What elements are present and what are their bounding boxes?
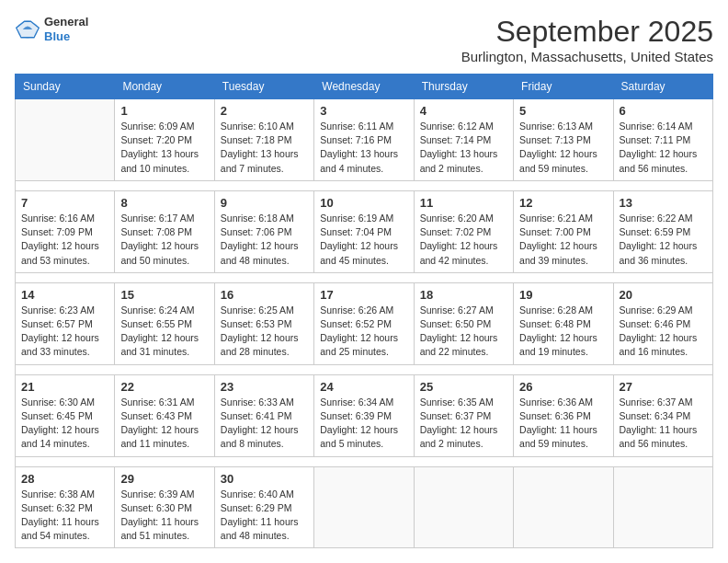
day-info: Sunrise: 6:40 AMSunset: 6:29 PMDaylight:… <box>221 488 308 544</box>
calendar-cell: 30Sunrise: 6:40 AMSunset: 6:29 PMDayligh… <box>214 466 313 548</box>
day-info: Sunrise: 6:12 AMSunset: 7:14 PMDaylight:… <box>420 120 507 176</box>
week-row-2: 7Sunrise: 6:16 AMSunset: 7:09 PMDaylight… <box>16 190 713 272</box>
day-number: 24 <box>320 380 407 394</box>
day-number: 11 <box>420 196 507 210</box>
day-info: Sunrise: 6:39 AMSunset: 6:30 PMDaylight:… <box>120 488 208 544</box>
day-info: Sunrise: 6:10 AMSunset: 7:18 PMDaylight:… <box>221 120 308 176</box>
calendar-cell: 2Sunrise: 6:10 AMSunset: 7:18 PMDaylight… <box>214 99 313 181</box>
day-number: 4 <box>420 104 507 118</box>
day-number: 16 <box>221 288 308 302</box>
day-number: 28 <box>21 472 108 486</box>
day-number: 15 <box>120 288 208 302</box>
calendar-cell: 19Sunrise: 6:28 AMSunset: 6:48 PMDayligh… <box>514 282 613 364</box>
day-info: Sunrise: 6:35 AMSunset: 6:37 PMDaylight:… <box>420 396 507 452</box>
day-number: 20 <box>620 288 707 302</box>
day-number: 5 <box>519 104 607 118</box>
day-info: Sunrise: 6:34 AMSunset: 6:39 PMDaylight:… <box>320 396 407 452</box>
day-info: Sunrise: 6:19 AMSunset: 7:04 PMDaylight:… <box>320 212 407 268</box>
day-number: 26 <box>519 380 607 394</box>
calendar-cell: 1Sunrise: 6:09 AMSunset: 7:20 PMDaylight… <box>115 99 214 181</box>
day-number: 1 <box>120 104 208 118</box>
day-number: 27 <box>620 380 707 394</box>
location: Burlington, Massachusetts, United States <box>461 49 713 64</box>
day-info: Sunrise: 6:09 AMSunset: 7:20 PMDaylight:… <box>120 120 208 176</box>
calendar-table: SundayMondayTuesdayWednesdayThursdayFrid… <box>15 74 713 548</box>
day-info: Sunrise: 6:31 AMSunset: 6:43 PMDaylight:… <box>120 396 208 452</box>
weekday-header-sunday: Sunday <box>16 75 115 99</box>
day-number: 14 <box>21 288 108 302</box>
day-number: 17 <box>320 288 407 302</box>
weekday-header-monday: Monday <box>115 75 214 99</box>
weekday-header-friday: Friday <box>514 75 613 99</box>
day-info: Sunrise: 6:37 AMSunset: 6:34 PMDaylight:… <box>620 396 707 452</box>
calendar-cell: 5Sunrise: 6:13 AMSunset: 7:13 PMDaylight… <box>514 99 613 181</box>
day-number: 30 <box>221 472 308 486</box>
calendar-cell <box>613 466 712 548</box>
day-number: 21 <box>21 380 108 394</box>
day-info: Sunrise: 6:11 AMSunset: 7:16 PMDaylight:… <box>320 120 407 176</box>
day-info: Sunrise: 6:24 AMSunset: 6:55 PMDaylight:… <box>120 304 208 360</box>
calendar-cell: 12Sunrise: 6:21 AMSunset: 7:00 PMDayligh… <box>514 190 613 272</box>
calendar-cell: 16Sunrise: 6:25 AMSunset: 6:53 PMDayligh… <box>214 282 313 364</box>
day-number: 13 <box>620 196 707 210</box>
day-info: Sunrise: 6:17 AMSunset: 7:08 PMDaylight:… <box>120 212 208 268</box>
calendar-cell: 21Sunrise: 6:30 AMSunset: 6:45 PMDayligh… <box>16 374 115 456</box>
weekday-header-row: SundayMondayTuesdayWednesdayThursdayFrid… <box>16 75 713 99</box>
week-row-5: 28Sunrise: 6:38 AMSunset: 6:32 PMDayligh… <box>16 466 713 548</box>
weekday-header-thursday: Thursday <box>414 75 513 99</box>
calendar-cell: 20Sunrise: 6:29 AMSunset: 6:46 PMDayligh… <box>613 282 712 364</box>
header: General Blue September 2025 Burlington, … <box>15 15 713 64</box>
day-number: 10 <box>320 196 407 210</box>
week-separator <box>16 272 713 282</box>
day-info: Sunrise: 6:21 AMSunset: 7:00 PMDaylight:… <box>519 212 607 268</box>
calendar-cell: 24Sunrise: 6:34 AMSunset: 6:39 PMDayligh… <box>314 374 414 456</box>
day-number: 22 <box>120 380 208 394</box>
logo-icon <box>15 17 40 42</box>
calendar-cell: 26Sunrise: 6:36 AMSunset: 6:36 PMDayligh… <box>514 374 613 456</box>
calendar-cell: 9Sunrise: 6:18 AMSunset: 7:06 PMDaylight… <box>214 190 313 272</box>
week-separator <box>16 180 713 190</box>
calendar-cell <box>514 466 613 548</box>
calendar-cell: 3Sunrise: 6:11 AMSunset: 7:16 PMDaylight… <box>314 99 414 181</box>
calendar-cell: 11Sunrise: 6:20 AMSunset: 7:02 PMDayligh… <box>414 190 513 272</box>
day-number: 19 <box>519 288 607 302</box>
calendar-cell: 29Sunrise: 6:39 AMSunset: 6:30 PMDayligh… <box>115 466 214 548</box>
calendar-cell: 27Sunrise: 6:37 AMSunset: 6:34 PMDayligh… <box>613 374 712 456</box>
week-separator <box>16 364 713 374</box>
calendar-cell: 8Sunrise: 6:17 AMSunset: 7:08 PMDaylight… <box>115 190 214 272</box>
calendar-cell: 22Sunrise: 6:31 AMSunset: 6:43 PMDayligh… <box>115 374 214 456</box>
month-title: September 2025 <box>461 15 713 49</box>
weekday-header-tuesday: Tuesday <box>214 75 313 99</box>
calendar-cell <box>314 466 414 548</box>
day-number: 23 <box>221 380 308 394</box>
logo: General Blue <box>15 15 88 43</box>
week-row-3: 14Sunrise: 6:23 AMSunset: 6:57 PMDayligh… <box>16 282 713 364</box>
week-row-4: 21Sunrise: 6:30 AMSunset: 6:45 PMDayligh… <box>16 374 713 456</box>
day-number: 29 <box>120 472 208 486</box>
day-number: 7 <box>21 196 108 210</box>
calendar-cell: 6Sunrise: 6:14 AMSunset: 7:11 PMDaylight… <box>613 99 712 181</box>
day-info: Sunrise: 6:28 AMSunset: 6:48 PMDaylight:… <box>519 304 607 360</box>
day-number: 6 <box>620 104 707 118</box>
weekday-header-wednesday: Wednesday <box>314 75 414 99</box>
day-number: 9 <box>221 196 308 210</box>
day-info: Sunrise: 6:13 AMSunset: 7:13 PMDaylight:… <box>519 120 607 176</box>
calendar-cell: 23Sunrise: 6:33 AMSunset: 6:41 PMDayligh… <box>214 374 313 456</box>
week-separator <box>16 456 713 466</box>
day-info: Sunrise: 6:36 AMSunset: 6:36 PMDaylight:… <box>519 396 607 452</box>
day-info: Sunrise: 6:16 AMSunset: 7:09 PMDaylight:… <box>21 212 108 268</box>
day-info: Sunrise: 6:26 AMSunset: 6:52 PMDaylight:… <box>320 304 407 360</box>
day-number: 3 <box>320 104 407 118</box>
day-info: Sunrise: 6:20 AMSunset: 7:02 PMDaylight:… <box>420 212 507 268</box>
day-number: 18 <box>420 288 507 302</box>
calendar-cell: 7Sunrise: 6:16 AMSunset: 7:09 PMDaylight… <box>16 190 115 272</box>
calendar-cell: 14Sunrise: 6:23 AMSunset: 6:57 PMDayligh… <box>16 282 115 364</box>
day-number: 12 <box>519 196 607 210</box>
day-info: Sunrise: 6:18 AMSunset: 7:06 PMDaylight:… <box>221 212 308 268</box>
day-info: Sunrise: 6:29 AMSunset: 6:46 PMDaylight:… <box>620 304 707 360</box>
calendar-cell: 10Sunrise: 6:19 AMSunset: 7:04 PMDayligh… <box>314 190 414 272</box>
day-info: Sunrise: 6:33 AMSunset: 6:41 PMDaylight:… <box>221 396 308 452</box>
day-info: Sunrise: 6:27 AMSunset: 6:50 PMDaylight:… <box>420 304 507 360</box>
week-row-1: 1Sunrise: 6:09 AMSunset: 7:20 PMDaylight… <box>16 99 713 181</box>
day-info: Sunrise: 6:30 AMSunset: 6:45 PMDaylight:… <box>21 396 108 452</box>
